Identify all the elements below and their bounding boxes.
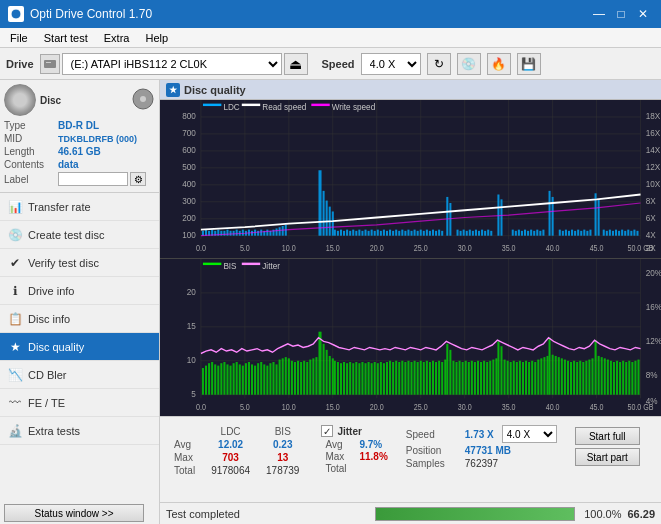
svg-rect-174 [633, 230, 635, 236]
start-part-button[interactable]: Start part [575, 448, 640, 466]
top-chart-svg: 800 700 600 500 400 300 200 100 18X 16X … [160, 100, 661, 258]
svg-rect-147 [527, 231, 529, 236]
close-button[interactable]: ✕ [633, 5, 653, 23]
svg-text:25.0: 25.0 [414, 244, 428, 254]
jitter-col: ✓ Jitter Avg 9.7% Max 11.8% Tot [321, 425, 387, 474]
svg-rect-278 [368, 361, 370, 394]
svg-rect-2 [46, 62, 51, 63]
svg-rect-238 [236, 361, 238, 394]
label-button[interactable]: ⚙ [130, 172, 146, 186]
svg-rect-229 [446, 343, 448, 394]
svg-rect-108 [377, 230, 379, 236]
svg-rect-255 [288, 358, 290, 394]
svg-rect-110 [383, 230, 385, 236]
speed-label: Speed [406, 429, 461, 440]
progress-bar-container [375, 507, 575, 521]
svg-rect-325 [522, 361, 524, 394]
svg-text:50.0 GB: 50.0 GB [627, 244, 653, 254]
bottom-chart-svg: 20 15 10 5 20% 16% 12% 8% 4% 0.0 5.0 10.… [160, 259, 661, 417]
svg-rect-234 [595, 340, 597, 395]
eject-button[interactable]: ⏏ [284, 53, 308, 75]
save-button[interactable]: 💾 [517, 53, 541, 75]
svg-rect-354 [616, 360, 618, 394]
menu-help[interactable]: Help [139, 30, 174, 46]
panel-header-icon: ★ [166, 83, 180, 97]
svg-rect-343 [579, 360, 581, 394]
svg-rect-360 [634, 360, 636, 394]
status-window-button[interactable]: Status window >> [4, 504, 144, 522]
svg-text:5: 5 [191, 388, 196, 399]
svg-rect-109 [380, 231, 382, 236]
maximize-button[interactable]: □ [611, 5, 631, 23]
svg-rect-169 [618, 231, 620, 236]
refresh-button[interactable]: ↻ [427, 53, 451, 75]
bottom-chart: 20 15 10 5 20% 16% 12% 8% 4% 0.0 5.0 10.… [160, 259, 661, 417]
svg-rect-295 [420, 360, 422, 394]
nav-disc-info-label: Disc info [28, 313, 70, 325]
nav-verify-test[interactable]: ✔ Verify test disc [0, 249, 159, 277]
length-label: Length [4, 146, 56, 157]
svg-rect-137 [478, 231, 480, 236]
svg-rect-160 [580, 231, 582, 236]
nav-extra-tests[interactable]: 🔬 Extra tests [0, 417, 159, 445]
nav-drive-info[interactable]: ℹ Drive info [0, 277, 159, 305]
label-input[interactable] [58, 172, 128, 186]
svg-rect-301 [438, 360, 440, 394]
svg-text:400: 400 [182, 179, 196, 190]
jitter-max-label: Max [325, 451, 355, 462]
drive-select[interactable]: (E:) ATAPI iHBS112 2 CL0K [62, 53, 282, 75]
svg-rect-105 [368, 231, 370, 236]
nav-transfer-rate[interactable]: 📊 Transfer rate [0, 193, 159, 221]
svg-rect-321 [510, 361, 512, 394]
svg-rect-138 [481, 230, 483, 236]
nav-disc-quality[interactable]: ★ Disc quality [0, 333, 159, 361]
svg-rect-100 [352, 230, 354, 236]
svg-rect-290 [404, 361, 406, 394]
svg-rect-361 [637, 359, 639, 394]
svg-rect-163 [589, 230, 591, 236]
svg-text:LDC: LDC [223, 101, 240, 112]
charts-area: 800 700 600 500 400 300 200 100 18X 16X … [160, 100, 661, 416]
svg-rect-357 [625, 361, 627, 394]
svg-rect-95 [337, 231, 339, 236]
svg-rect-302 [441, 361, 443, 394]
menu-file[interactable]: File [4, 30, 34, 46]
nav-create-test[interactable]: 💿 Create test disc [0, 221, 159, 249]
nav-items: 📊 Transfer rate 💿 Create test disc ✔ Ver… [0, 193, 159, 502]
svg-rect-288 [398, 361, 400, 394]
speed-dropdown[interactable]: 4.0 X [502, 425, 557, 443]
burn-button[interactable]: 🔥 [487, 53, 511, 75]
svg-text:Jitter: Jitter [262, 260, 280, 271]
menu-extra[interactable]: Extra [98, 30, 136, 46]
svg-rect-251 [276, 364, 278, 394]
nav-cd-bler[interactable]: 📉 CD Bler [0, 361, 159, 389]
svg-rect-72 [260, 230, 262, 236]
svg-rect-275 [358, 363, 360, 395]
svg-rect-228 [326, 349, 328, 394]
svg-rect-127 [435, 231, 437, 236]
svg-rect-235 [226, 364, 228, 394]
svg-rect-283 [383, 363, 385, 395]
minimize-button[interactable]: — [589, 5, 609, 23]
svg-rect-331 [540, 358, 542, 394]
svg-rect-252 [279, 359, 281, 394]
svg-rect-122 [420, 230, 422, 236]
svg-rect-293 [414, 360, 416, 394]
svg-rect-225 [223, 361, 225, 394]
toolbar: Drive (E:) ATAPI iHBS112 2 CL0K ⏏ Speed … [0, 48, 661, 80]
menu-start-test[interactable]: Start test [38, 30, 94, 46]
svg-rect-330 [537, 359, 539, 394]
disc-label: Disc [40, 95, 61, 106]
speed-select[interactable]: 4.0 X [361, 53, 421, 75]
svg-rect-314 [483, 360, 485, 394]
svg-rect-247 [263, 364, 265, 394]
nav-fe-te[interactable]: 〰 FE / TE [0, 389, 159, 417]
svg-text:30.0: 30.0 [458, 244, 472, 254]
speed-label: Speed [322, 58, 355, 70]
jitter-checkbox[interactable]: ✓ [321, 425, 333, 437]
disc-button[interactable]: 💿 [457, 53, 481, 75]
start-full-button[interactable]: Start full [575, 427, 640, 445]
nav-disc-info[interactable]: 📋 Disc info [0, 305, 159, 333]
svg-rect-245 [257, 363, 259, 395]
svg-rect-261 [306, 361, 308, 394]
